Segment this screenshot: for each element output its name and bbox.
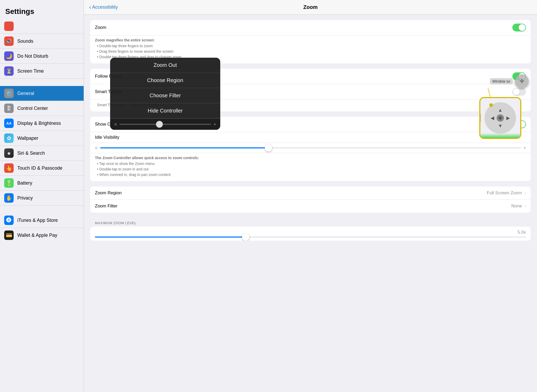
zoom-popup-choose-region[interactable]: Choose Region: [110, 73, 220, 88]
sidebar-item-screen-time[interactable]: ⏳ Screen Time: [0, 64, 84, 79]
slider-min-icon: ⊖: [95, 146, 98, 150]
controller-desc-1: • Tap once to show the Zoom menu: [97, 161, 526, 167]
max-zoom-section-label: MAXIMUM ZOOM LEVEL: [90, 218, 531, 227]
zoom-region-label: Zoom Region: [95, 190, 487, 196]
zoom-level-fill: [95, 237, 246, 238]
siri-label: Siri & Search: [17, 151, 45, 156]
zoom-filter-row[interactable]: Zoom Filter None ›: [90, 200, 531, 213]
zoom-region-row[interactable]: Zoom Region Full Screen Zoom ›: [90, 186, 531, 200]
sidebar-item-control-center[interactable]: 🎛 Control Center: [0, 101, 84, 116]
sidebar-item-battery[interactable]: 🔋 Battery: [0, 176, 84, 191]
zoom-desc-item-2: • Drag three fingers to move around the …: [97, 49, 526, 54]
sidebar-item-siri[interactable]: ◉ Siri & Search: [0, 146, 84, 161]
back-button[interactable]: ‹ Accessibility: [89, 4, 118, 11]
zoom-level-slider[interactable]: 5.0x: [90, 227, 531, 241]
zoom-popup-zoom-out[interactable]: Zoom Out: [110, 58, 220, 73]
sidebar-item-privacy[interactable]: ✋ Privacy: [0, 191, 84, 206]
follow-focus-toggle[interactable]: [512, 72, 526, 80]
sidebar-item-wallet[interactable]: 💳 Wallet & Apple Pay: [0, 228, 84, 243]
zoom-desc-item-1: • Double-tap three fingers to zoom: [97, 43, 526, 49]
popup-slider-row[interactable]: ⊖ +: [110, 119, 220, 130]
idle-slider-track[interactable]: [100, 147, 521, 148]
idle-slider-thumb[interactable]: [265, 144, 272, 152]
sidebar-title: Settings: [0, 0, 84, 19]
general-icon: ⚙️: [4, 89, 14, 98]
sidebar-item-top[interactable]: [0, 19, 84, 34]
popup-slider-min-icon: ⊖: [114, 122, 117, 126]
sidebar-item-do-not-disturb[interactable]: 🌙 Do Not Disturb: [0, 49, 84, 64]
popup-slider-track[interactable]: [120, 124, 211, 125]
zoom-filter-chevron-icon: ›: [525, 204, 526, 208]
controller-desc-3: • When zoomed in, drag to pan zoom conte…: [97, 172, 526, 178]
region-filter-group: Zoom Region Full Screen Zoom › Zoom Filt…: [90, 186, 531, 213]
control-center-label: Control Center: [17, 106, 48, 111]
zoom-desc-title: Zoom magnifies the entire screen:: [95, 38, 526, 42]
wallet-icon: 💳: [4, 230, 14, 240]
back-chevron-icon: ‹: [89, 4, 91, 11]
sidebar-item-touch-id[interactable]: 👆 Touch ID & Passcode: [0, 161, 84, 176]
controller-desc-2: • Double-tap to zoom in and out: [97, 167, 526, 172]
battery-icon: 🔋: [4, 178, 14, 188]
wallet-label: Wallet & Apple Pay: [17, 233, 57, 238]
page-title: Zoom: [303, 4, 318, 10]
idle-visibility-label: Idle Visibility: [95, 135, 526, 140]
zoom-row: Zoom: [90, 20, 531, 35]
sidebar-item-display-brightness[interactable]: AA Display & Brightness: [0, 116, 84, 131]
zoom-popup-menu[interactable]: Zoom Out Choose Region Choose Filter Hid…: [110, 58, 220, 130]
sounds-icon: 🔊: [4, 36, 14, 46]
privacy-icon: ✋: [4, 193, 14, 203]
back-label: Accessibility: [92, 4, 118, 10]
smart-typing-toggle[interactable]: [512, 88, 526, 96]
show-controller-toggle[interactable]: [512, 120, 526, 128]
zoom-level-track[interactable]: [95, 237, 526, 238]
privacy-label: Privacy: [17, 195, 33, 201]
screen-time-label: Screen Time: [17, 68, 44, 74]
controller-desc-title: The Zoom Controller allows quick access …: [95, 156, 526, 160]
wallpaper-label: Wallpaper: [17, 136, 38, 141]
follow-focus-knob: [519, 73, 525, 80]
nav-bar: ‹ Accessibility Zoom: [84, 0, 537, 15]
sidebar: Settings 🔊 Sounds 🌙 Do Not Disturb ⏳ Scr…: [0, 0, 84, 392]
sidebar-item-sounds[interactable]: 🔊 Sounds: [0, 34, 84, 49]
do-not-disturb-label: Do Not Disturb: [17, 53, 48, 59]
display-brightness-label: Display & Brightness: [17, 121, 61, 126]
divider-1: [0, 79, 84, 86]
zoom-level-value: 5.0x: [518, 230, 526, 235]
itunes-icon: 🅐: [4, 216, 14, 225]
touch-id-icon: 👆: [4, 163, 14, 173]
sidebar-item-itunes[interactable]: 🅐 iTunes & App Store: [0, 213, 84, 228]
show-controller-knob: [519, 121, 525, 128]
wallpaper-icon: ✿: [4, 133, 14, 143]
zoom-toggle-knob: [519, 24, 525, 31]
siri-icon: ◉: [4, 148, 14, 158]
sounds-label: Sounds: [17, 39, 33, 44]
controller-desc-block: The Zoom Controller allows quick access …: [90, 153, 531, 181]
popup-slider-thumb[interactable]: [156, 121, 163, 128]
zoom-filter-value: None: [511, 203, 522, 209]
zoom-region-value: Full Screen Zoom: [487, 190, 522, 196]
slider-max-icon: +: [524, 146, 526, 150]
zoom-filter-label: Zoom Filter: [95, 203, 511, 209]
zoom-popup-choose-filter[interactable]: Choose Filter: [110, 88, 220, 103]
top-icon: [4, 22, 14, 31]
idle-visibility-row: Idle Visibility: [90, 132, 531, 143]
sidebar-item-wallpaper[interactable]: ✿ Wallpaper: [0, 131, 84, 146]
general-label: General: [17, 91, 34, 96]
smart-typing-knob: [513, 88, 520, 95]
control-center-icon: 🎛: [4, 104, 14, 113]
display-brightness-icon: AA: [4, 119, 14, 128]
touch-id-label: Touch ID & Passcode: [17, 165, 62, 171]
screen-time-icon: ⏳: [4, 66, 14, 76]
zoom-group: Zoom Zoom magnifies the entire screen: •…: [90, 20, 531, 63]
divider-2: [0, 206, 84, 213]
idle-slider-fill: [100, 147, 268, 148]
zoom-level-thumb[interactable]: [242, 233, 249, 241]
sidebar-item-general[interactable]: ⚙️ General: [0, 86, 84, 101]
do-not-disturb-icon: 🌙: [4, 51, 14, 61]
idle-visibility-slider-row[interactable]: ⊖ +: [90, 143, 531, 153]
zoom-region-chevron-icon: ›: [525, 191, 526, 195]
zoom-toggle[interactable]: [512, 24, 526, 31]
zoom-popup-hide-controller[interactable]: Hide Controller: [110, 103, 220, 119]
main-panel: ‹ Accessibility Zoom Zoom Zoom magnifies…: [84, 0, 537, 392]
zoom-label: Zoom: [95, 25, 512, 30]
